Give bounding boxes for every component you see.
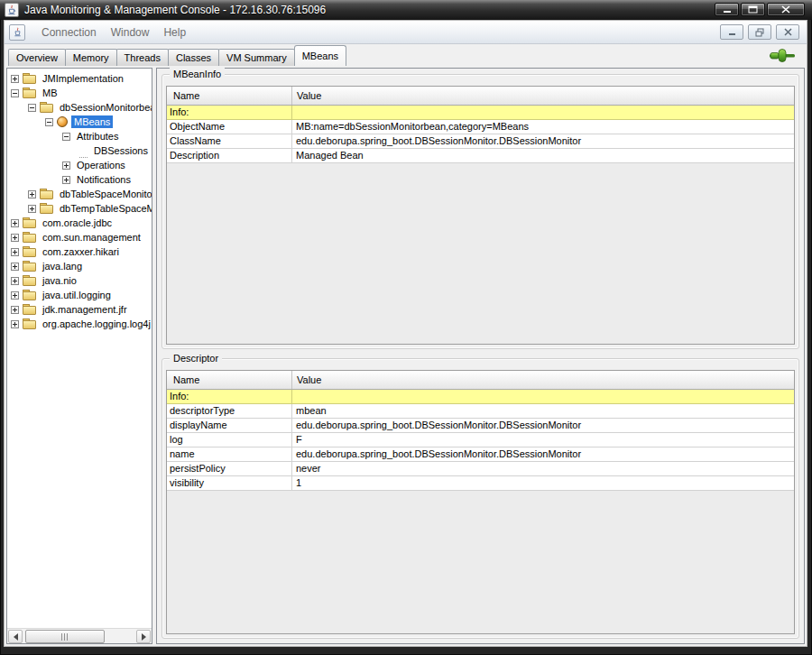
cell-name: name [167, 447, 292, 461]
tree-node-jmimplementation[interactable]: JMImplementation [7, 71, 152, 86]
menubar-items: ConnectionWindowHelp [34, 23, 193, 42]
tree-node-dbtablespacemonitor[interactable]: dbTableSpaceMonitor [7, 187, 152, 201]
expand-toggle-icon[interactable] [11, 263, 19, 271]
collapse-toggle-icon[interactable] [11, 89, 19, 97]
table-row[interactable]: visibility1 [167, 476, 794, 491]
folder-icon [23, 275, 36, 286]
expand-toggle-icon[interactable] [11, 219, 19, 227]
expand-toggle-icon[interactable] [11, 320, 19, 328]
mbeaninfo-column-header-value[interactable]: Value [292, 87, 794, 105]
menu-window[interactable]: Window [104, 23, 157, 42]
table-row[interactable]: ObjectNameMB:name=dbSessionMonitorbean,c… [167, 120, 794, 134]
cell-name: descriptorType [167, 404, 292, 418]
cell-name: log [167, 433, 292, 447]
expand-toggle-icon[interactable] [28, 190, 36, 198]
expand-toggle-icon[interactable] [11, 248, 19, 256]
tree-node-com-zaxxer-hikari[interactable]: com.zaxxer.hikari [7, 244, 152, 259]
mbeaninfo-column-header-name[interactable]: Name [167, 87, 292, 105]
menu-connection[interactable]: Connection [34, 23, 104, 42]
tab-overview[interactable]: Overview [8, 49, 66, 66]
tree-horizontal-scrollbar[interactable] [7, 628, 152, 643]
table-row[interactable]: persistPolicynever [167, 462, 794, 476]
folder-icon [23, 304, 36, 315]
scroll-right-button[interactable] [136, 630, 151, 643]
descriptor-title: Descriptor [170, 352, 222, 364]
folder-icon [23, 232, 36, 243]
expand-toggle-icon[interactable] [11, 291, 19, 300]
scrollbar-thumb[interactable] [25, 630, 105, 643]
cell-name: Description [167, 149, 292, 162]
close-button[interactable] [767, 3, 805, 16]
menu-help[interactable]: Help [156, 23, 193, 42]
folder-icon [40, 203, 53, 214]
collapse-toggle-icon[interactable] [62, 133, 70, 141]
tree-node-label: java.lang [40, 260, 85, 272]
tree-node-com-sun-management[interactable]: com.sun.management [7, 230, 152, 244]
cell-value: never [292, 462, 794, 475]
descriptor-groupbox: Descriptor NameValue Info:descriptorType… [161, 358, 799, 639]
cell-value: MB:name=dbSessionMonitorbean,category=MB… [292, 120, 794, 134]
tab-memory[interactable]: Memory [65, 49, 117, 66]
scroll-left-button[interactable] [8, 630, 23, 643]
frame-minimize-button[interactable] [720, 24, 743, 40]
cell-name: visibility [167, 476, 292, 490]
expand-toggle-icon[interactable] [11, 306, 19, 314]
table-row[interactable]: nameedu.deborupa.spring_boot.DBSessionMo… [167, 447, 794, 462]
tree-node-mb[interactable]: MB [7, 86, 152, 100]
table-row[interactable]: logF [167, 433, 794, 447]
connection-status-icon [769, 48, 796, 67]
tab-mbeans[interactable]: MBeans [294, 45, 346, 66]
tree-node-label: DBSessions [91, 144, 151, 157]
folder-icon [23, 261, 36, 272]
jconsole-window: Java Monitoring & Management Console - 1… [0, 0, 812, 655]
cell-value: edu.deborupa.spring_boot.DBSessionMonito… [292, 447, 794, 461]
table-row[interactable]: displayNameedu.deborupa.spring_boot.DBSe… [167, 419, 794, 433]
titlebar[interactable]: Java Monitoring & Management Console - 1… [0, 0, 812, 20]
tab-classes[interactable]: Classes [168, 49, 219, 66]
folder-icon [23, 246, 36, 257]
collapse-toggle-icon[interactable] [28, 104, 36, 112]
expand-toggle-icon[interactable] [11, 75, 19, 83]
descriptor-column-header-value[interactable]: Value [292, 371, 794, 389]
tree-node-label: jdk.management.jfr [40, 303, 130, 316]
tree-node-mbeans[interactable]: MBeans [7, 115, 152, 129]
frame-restore-button[interactable] [748, 24, 771, 40]
tab-threads[interactable]: Threads [116, 49, 169, 66]
tree-node-label: MB [40, 87, 60, 99]
mbeans-pane: JMImplementationMBdbSessionMonitorbeanMB… [5, 66, 807, 646]
tree-node-attributes[interactable]: Attributes [7, 129, 152, 143]
tab-vm-summary[interactable]: VM Summary [218, 49, 295, 66]
tree-node-java-nio[interactable]: java.nio [7, 273, 152, 288]
tree-node-label: MBeans [71, 115, 113, 128]
frame-close-button[interactable] [776, 24, 799, 40]
table-row[interactable]: ClassNameedu.deborupa.spring_boot.DBSess… [167, 134, 794, 149]
table-row[interactable]: DescriptionManaged Bean [167, 149, 794, 163]
tree-node-operations[interactable]: Operations [7, 158, 152, 172]
expand-toggle-icon[interactable] [62, 176, 70, 184]
tree-node-com-oracle-jdbc[interactable]: com.oracle.jdbc [7, 216, 152, 230]
maximize-button[interactable] [741, 3, 765, 16]
cell-name: displayName [167, 419, 292, 432]
folder-icon [23, 73, 36, 84]
expand-toggle-icon[interactable] [62, 161, 70, 170]
tree-node-notifications[interactable]: Notifications [7, 172, 152, 187]
table-row[interactable]: Info: [167, 106, 794, 120]
table-row[interactable]: Info: [167, 390, 794, 404]
tree-node-dbsessionmonitorbean[interactable]: dbSessionMonitorbean [7, 100, 152, 115]
tree-node-label: org.apache.logging.log4j [40, 318, 152, 330]
descriptor-column-header-name[interactable]: Name [167, 371, 292, 389]
expand-toggle-icon[interactable] [28, 205, 36, 213]
tree-node-dbtemptablespacem[interactable]: dbTempTableSpaceM [7, 201, 152, 216]
tree-node-label: JMImplementation [40, 72, 126, 85]
tree-node-org-apache-logging-log4j[interactable]: org.apache.logging.log4j [7, 317, 152, 331]
table-row[interactable]: descriptorTypembean [167, 404, 794, 419]
expand-toggle-icon[interactable] [11, 277, 19, 285]
tree-node-java-lang[interactable]: java.lang [7, 259, 152, 273]
tree-node-label: dbSessionMonitorbean [57, 101, 152, 114]
tree-node-java-util-logging[interactable]: java.util.logging [7, 288, 152, 302]
tree-node-jdk-management-jfr[interactable]: jdk.management.jfr [7, 302, 152, 317]
expand-toggle-icon[interactable] [11, 234, 19, 242]
minimize-button[interactable] [715, 3, 739, 16]
collapse-toggle-icon[interactable] [45, 118, 53, 126]
tree-node-dbsessions[interactable]: DBSessions [7, 143, 152, 158]
